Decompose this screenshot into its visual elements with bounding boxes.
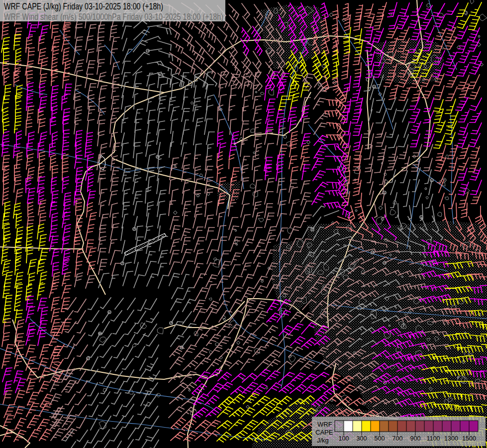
- svg-text:100: 100: [339, 435, 349, 442]
- svg-text:1100: 1100: [427, 435, 440, 442]
- svg-text:1500: 1500: [462, 435, 476, 442]
- svg-text:WRF: WRF: [317, 421, 332, 428]
- svg-text:700: 700: [392, 435, 403, 442]
- svg-text:1300: 1300: [444, 435, 458, 442]
- svg-text:J/kg: J/kg: [317, 437, 329, 444]
- svg-text:900: 900: [410, 435, 421, 442]
- svg-text:500: 500: [375, 435, 385, 442]
- svg-text:WRF CAPE (J/kg) Friday 03-10-2: WRF CAPE (J/kg) Friday 03-10-2025 18:00 …: [4, 1, 163, 11]
- svg-text:300: 300: [357, 435, 367, 442]
- svg-text:WRF Wind shear (m/s) 500/1000h: WRF Wind shear (m/s) 500/1000hPa Friday …: [4, 11, 223, 22]
- svg-text:CAPE: CAPE: [315, 429, 333, 436]
